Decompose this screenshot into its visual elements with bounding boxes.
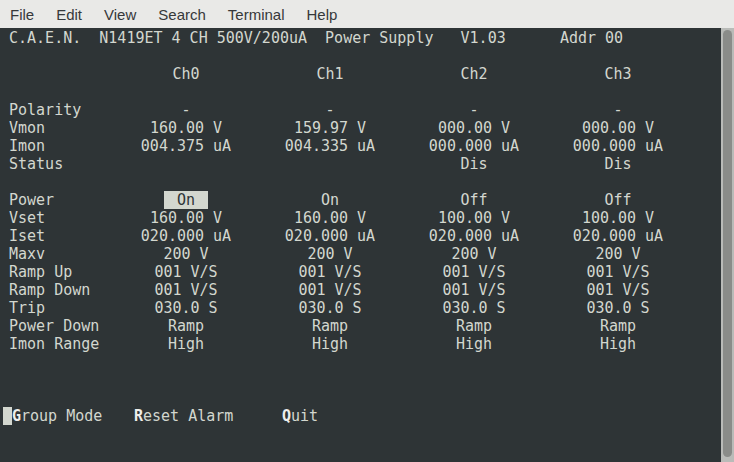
scrollbar-thumb[interactable] [723,30,732,457]
value-cell: Dis [546,155,690,173]
command-label: roup Mode [21,407,102,425]
row-status: Status Dis Dis [0,155,721,173]
group-mode-command[interactable]: Group Mode [12,407,102,425]
ramp-up-field[interactable]: 001 V/S [258,263,402,281]
row-label: Trip [9,299,45,317]
ramp-up-field[interactable]: 001 V/S [546,263,690,281]
reset-alarm-command[interactable]: Reset Alarm [134,407,233,425]
menu-bar: File Edit View Search Terminal Help [0,0,734,28]
ramp-down-field[interactable]: 001 V/S [546,281,690,299]
menu-item-terminal[interactable]: Terminal [220,3,293,26]
row-iset: Iset 020.000 uA 020.000 uA 020.000 uA 02… [0,227,721,245]
hotkey-letter: R [134,407,143,425]
quit-command[interactable]: Quit [282,407,318,425]
scrollbar-track[interactable] [721,28,734,462]
row-imon: Imon 004.375 uA 004.335 uA 000.000 uA 00… [0,137,721,155]
value-cell: - [546,101,690,119]
row-imon-range: Imon Range High High High High [0,335,721,353]
imon-range-field[interactable]: High [258,335,402,353]
row-label: Imon Range [9,335,99,353]
maxv-field[interactable]: 200 V [258,245,402,263]
channel-header-ch1: Ch1 [258,65,402,83]
trip-field[interactable]: 030.0 S [402,299,546,317]
vset-field[interactable]: 160.00 V [258,209,402,227]
vset-field[interactable]: 100.00 V [402,209,546,227]
menu-item-search[interactable]: Search [150,3,214,26]
imon-range-field[interactable]: High [402,335,546,353]
row-label: Vset [9,209,45,227]
iset-field[interactable]: 020.000 uA [546,227,690,245]
value-cell: 159.97 V [258,119,402,137]
menu-item-view[interactable]: View [96,3,144,26]
trip-field[interactable]: 030.0 S [114,299,258,317]
power-ch1-field[interactable]: On [258,191,402,209]
power-ch2-field[interactable]: Off [402,191,546,209]
value-cell: 004.335 uA [258,137,402,155]
menu-item-help[interactable]: Help [299,3,346,26]
row-trip: Trip 030.0 S 030.0 S 030.0 S 030.0 S [0,299,721,317]
command-bar: Group Mode Reset Alarm Quit [0,407,721,425]
value-cell: 000.000 uA [402,137,546,155]
value-cell: 004.375 uA [114,137,258,155]
row-label: Power [9,191,54,209]
row-vset: Vset 160.00 V 160.00 V 100.00 V 100.00 V [0,209,721,227]
iset-field[interactable]: 020.000 uA [402,227,546,245]
row-label: Iset [9,227,45,245]
row-label: Ramp Down [9,281,90,299]
power-ch0-field[interactable]: On [114,191,258,209]
value-cell: Dis [402,155,546,173]
power-ch3-field[interactable]: Off [546,191,690,209]
imon-range-field[interactable]: High [114,335,258,353]
row-vmon: Vmon 160.00 V 159.97 V 000.00 V 000.00 V [0,119,721,137]
vset-field[interactable]: 160.00 V [114,209,258,227]
row-label: Vmon [9,119,45,137]
command-label: uit [291,407,318,425]
terminal-content: C.A.E.N. N1419ET 4 CH 500V/200uA Power S… [0,28,721,462]
ramp-up-field[interactable]: 001 V/S [114,263,258,281]
hotkey-letter: G [12,407,21,425]
hotkey-letter: Q [282,407,291,425]
value-cell: - [258,101,402,119]
iset-field[interactable]: 020.000 uA [258,227,402,245]
menu-item-edit[interactable]: Edit [48,3,90,26]
text-cursor [3,407,12,425]
maxv-field[interactable]: 200 V [114,245,258,263]
row-ramp-down: Ramp Down 001 V/S 001 V/S 001 V/S 001 V/… [0,281,721,299]
channel-header-ch3: Ch3 [546,65,690,83]
iset-field[interactable]: 020.000 uA [114,227,258,245]
row-label: Status [9,155,63,173]
ramp-down-field[interactable]: 001 V/S [114,281,258,299]
menu-item-file[interactable]: File [2,3,42,26]
vset-field[interactable]: 100.00 V [546,209,690,227]
row-label: Maxv [9,245,45,263]
imon-range-field[interactable]: High [546,335,690,353]
trip-field[interactable]: 030.0 S [258,299,402,317]
row-label: Polarity [9,101,81,119]
ramp-up-field[interactable]: 001 V/S [402,263,546,281]
row-power: Power On On Off Off [0,191,721,209]
value-cell: 000.00 V [546,119,690,137]
power-down-field[interactable]: Ramp [258,317,402,335]
terminal-window: File Edit View Search Terminal Help C.A.… [0,0,734,462]
maxv-field[interactable]: 200 V [402,245,546,263]
value-cell: - [402,101,546,119]
selected-field-highlight[interactable]: On [164,191,208,209]
row-label: Power Down [9,317,99,335]
power-down-field[interactable]: Ramp [114,317,258,335]
row-ramp-up: Ramp Up 001 V/S 001 V/S 001 V/S 001 V/S [0,263,721,281]
row-label: Imon [9,137,45,155]
ramp-down-field[interactable]: 001 V/S [402,281,546,299]
ramp-down-field[interactable]: 001 V/S [258,281,402,299]
row-power-down: Power Down Ramp Ramp Ramp Ramp [0,317,721,335]
row-maxv: Maxv 200 V 200 V 200 V 200 V [0,245,721,263]
command-label: eset Alarm [143,407,233,425]
trip-field[interactable]: 030.0 S [546,299,690,317]
channel-header-ch2: Ch2 [402,65,546,83]
value-cell: 000.00 V [402,119,546,137]
channel-header-row: Ch0 Ch1 Ch2 Ch3 [0,65,721,83]
value-cell: 000.000 uA [546,137,690,155]
power-down-field[interactable]: Ramp [546,317,690,335]
row-polarity: Polarity - - - - [0,101,721,119]
maxv-field[interactable]: 200 V [546,245,690,263]
power-down-field[interactable]: Ramp [402,317,546,335]
